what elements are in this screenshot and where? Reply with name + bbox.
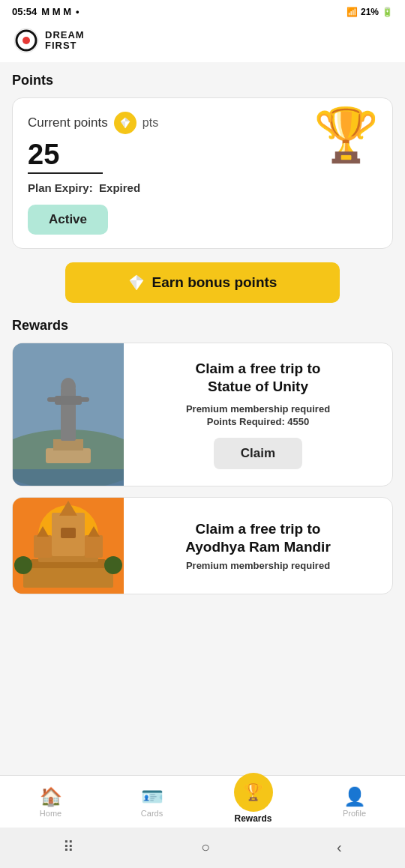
logo-dream: DREAM (45, 30, 85, 40)
svg-point-17 (61, 378, 76, 396)
partial-title-ayodhya: Claim a free trip toAyodhya Ram Mandir (185, 520, 331, 556)
active-badge: Active (28, 205, 108, 235)
earn-bonus-button[interactable]: Earn bonus points (65, 262, 340, 303)
nav-home[interactable]: 🏠 Home (0, 776, 101, 828)
battery-icon: 🔋 (382, 7, 393, 17)
system-back-button[interactable]: ‹ (322, 836, 357, 859)
status-carrier: M M M (41, 6, 71, 17)
nav-cards[interactable]: 🪪 Cards (101, 776, 202, 828)
reward-card-ayodhya: Claim a free trip toAyodhya Ram Mandir P… (12, 497, 393, 594)
diamond-badge (114, 112, 136, 134)
ayodhya-image (13, 498, 124, 594)
svg-rect-30 (61, 528, 76, 538)
cards-icon: 🪪 (141, 786, 164, 807)
trophy-icon: 🏆 (314, 109, 379, 161)
system-menu-button[interactable]: ⠿ (48, 835, 89, 859)
logo: DREAM FIRST (14, 28, 85, 53)
reward-title-statue: Claim a free trip toStatue of Unity (196, 360, 321, 396)
ayodhya-svg (13, 498, 124, 594)
current-points-label: Current points (28, 115, 108, 130)
points-section-title: Points (12, 73, 393, 88)
reward-premium-statue: Premium membership required (186, 403, 330, 415)
svg-rect-28 (85, 535, 103, 558)
logo-first: FIRST (45, 40, 85, 51)
rewards-active-circle: 🏆 (234, 773, 273, 812)
earn-bonus-diamond-icon (128, 274, 145, 291)
points-card: Current points pts 🏆 25 Plan Expiry: Exp… (12, 97, 393, 249)
rewards-section-title: Rewards (12, 318, 393, 334)
reward-card-statue: Claim a free trip toStatue of Unity Prem… (12, 343, 393, 486)
svg-rect-18 (13, 469, 124, 486)
svg-rect-16 (76, 397, 89, 402)
nav-rewards-label: Rewards (234, 813, 272, 824)
nav-profile-label: Profile (343, 809, 366, 818)
home-icon: 🏠 (40, 786, 62, 807)
trophy-nav-icon: 🏆 (243, 783, 263, 802)
plan-expiry-label: Plan Expiry: (28, 181, 93, 194)
plan-expiry: Plan Expiry: Expired (28, 181, 377, 194)
nav-rewards[interactable]: 🏆 Rewards (202, 776, 304, 828)
statue-image (13, 343, 124, 486)
svg-rect-15 (47, 397, 61, 402)
top-nav: DREAM FIRST (0, 20, 405, 62)
plan-expiry-value: Expired (99, 181, 140, 194)
rewards-section: Rewards (12, 318, 393, 594)
svg-point-32 (104, 556, 122, 574)
nav-home-label: Home (40, 809, 62, 818)
points-divider (28, 172, 103, 174)
logo-icon (14, 28, 39, 53)
logo-text: DREAM FIRST (45, 30, 85, 52)
svg-point-2 (22, 37, 30, 44)
svg-rect-21 (23, 565, 113, 588)
svg-rect-12 (53, 439, 83, 450)
svg-point-31 (14, 556, 32, 574)
bottom-nav: 🏠 Home 🪪 Cards 🏆 Rewards 👤 Profile (0, 775, 405, 828)
claim-button-statue[interactable]: Claim (214, 438, 302, 469)
reward-info-statue: Claim a free trip toStatue of Unity Prem… (124, 343, 392, 486)
status-bar: 05:54 M M M • 📶 21% 🔋 (0, 0, 405, 20)
status-time: 05:54 (12, 6, 37, 17)
reward-points-statue: Points Required: 4550 (207, 416, 310, 427)
statue-svg (13, 343, 124, 486)
earn-bonus-label: Earn bonus points (152, 274, 278, 291)
battery-level: 21% (361, 7, 379, 17)
nav-cards-label: Cards (141, 809, 163, 818)
diamond-icon (119, 117, 131, 129)
partial-info-ayodhya: Claim a free trip toAyodhya Ram Mandir P… (124, 498, 392, 594)
main-content: Points Current points pts 🏆 25 Plan Expi… (0, 62, 405, 775)
system-home-button[interactable]: ○ (186, 836, 225, 859)
pts-label: pts (142, 116, 158, 130)
svg-rect-26 (34, 535, 52, 558)
nav-profile[interactable]: 👤 Profile (304, 776, 405, 828)
profile-icon: 👤 (344, 786, 366, 807)
wifi-icon: 📶 (346, 7, 358, 17)
partial-sub-ayodhya: Premium membership required (186, 560, 330, 571)
status-dot: • (76, 6, 80, 17)
system-nav: ⠿ ○ ‹ (0, 828, 405, 868)
